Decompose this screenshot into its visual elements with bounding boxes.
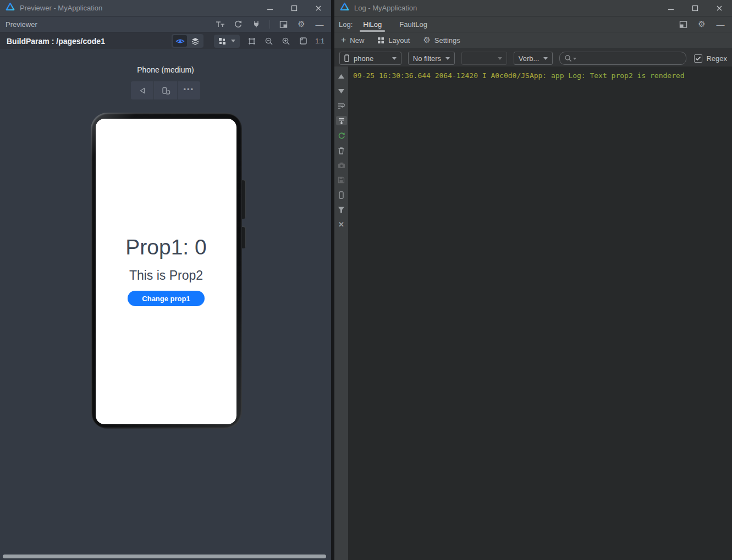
- settings-button-label: Settings: [434, 36, 460, 45]
- module-dropdown[interactable]: [461, 52, 507, 65]
- device-dropdown[interactable]: phone: [339, 52, 401, 65]
- search-icon: [564, 54, 572, 62]
- ratio-1-1-label[interactable]: 1:1: [315, 37, 324, 45]
- log-titlebar[interactable]: Log - MyApplication: [334, 0, 732, 16]
- log-level-dropdown-value: Verb...: [519, 54, 540, 63]
- regex-checkbox[interactable]: [694, 54, 702, 63]
- log-content[interactable]: 09-25 16:30:36.644 2064-12420 I A0c0d0/J…: [348, 66, 732, 560]
- log-side-toolbar: ✕: [334, 66, 348, 560]
- layers-icon[interactable]: [188, 35, 202, 47]
- scroll-down-icon[interactable]: [336, 86, 347, 96]
- caret-down-icon: [392, 57, 397, 60]
- save-log-icon[interactable]: [336, 175, 347, 185]
- log-filter-bar: phone No filters Verb... Regex: [334, 49, 732, 68]
- maximize-icon[interactable]: [290, 4, 298, 12]
- device-icon[interactable]: [336, 190, 347, 199]
- device-dropdown-value: phone: [354, 54, 373, 63]
- search-history-caret-icon: [573, 58, 576, 60]
- close-icon[interactable]: [315, 4, 322, 12]
- log-main-area: ✕ 09-25 16:30:36.644 2064-12420 I A0c0d0…: [334, 66, 732, 560]
- prop1-text: Prop1: 0: [96, 235, 236, 259]
- log-tab-bar: Log: HiLog FaultLog ⚙ —: [334, 16, 732, 32]
- hide-icon[interactable]: —: [716, 19, 725, 29]
- rotate-device-icon[interactable]: [154, 81, 177, 99]
- device-name-label: Phone (medium): [0, 65, 331, 74]
- prop2-text: This is Prop2: [96, 268, 236, 283]
- previewer-window: Previewer - MyApplication Previewer ⚙ —: [0, 0, 331, 560]
- screenshot-icon[interactable]: [336, 160, 347, 170]
- grid-icon: [218, 37, 226, 45]
- previewer-window-title: Previewer - MyApplication: [20, 4, 102, 12]
- close-icon[interactable]: ✕: [336, 220, 347, 229]
- log-line-meta: 09-25 16:30:36.644 2064-12420 I A0c0d0/J…: [353, 71, 551, 80]
- log-window-title: Log - MyApplication: [354, 4, 417, 12]
- text-size-icon[interactable]: [215, 19, 225, 29]
- tab-faultlog-label: FaultLog: [399, 20, 427, 29]
- minimize-icon[interactable]: [667, 4, 675, 12]
- zoom-out-icon[interactable]: [264, 36, 274, 46]
- check-icon: [695, 56, 701, 61]
- build-param-label: BuildParam : /pages/code1: [7, 37, 105, 46]
- regex-label: Regex: [706, 54, 727, 63]
- zoom-in-icon[interactable]: [281, 36, 291, 46]
- close-icon[interactable]: [716, 4, 723, 12]
- preview-mode-toggle: [172, 34, 203, 48]
- new-button[interactable]: + New: [341, 36, 364, 46]
- caret-down-icon: [498, 57, 502, 60]
- deveco-logo-icon: [5, 2, 15, 14]
- settings-button[interactable]: ⚙ Settings: [423, 36, 460, 45]
- log-label: Log:: [339, 20, 353, 29]
- more-dots-icon[interactable]: •••: [178, 81, 200, 99]
- log-line-message: app Log: Text prop2 is rendered: [551, 71, 685, 80]
- back-triangle-icon[interactable]: [131, 81, 154, 99]
- deveco-logo-icon: [340, 2, 349, 14]
- hide-icon[interactable]: —: [315, 19, 324, 29]
- layout-grid-dropdown[interactable]: [214, 35, 240, 48]
- gear-icon[interactable]: ⚙: [296, 19, 306, 29]
- gear-icon: ⚙: [423, 36, 430, 45]
- inspector-icon[interactable]: [251, 19, 261, 29]
- log-line: 09-25 16:30:36.644 2064-12420 I A0c0d0/J…: [353, 71, 732, 80]
- device-controls: •••: [131, 81, 200, 99]
- layout-panel-icon[interactable]: [278, 19, 288, 29]
- scroll-up-icon[interactable]: [336, 71, 347, 81]
- previewer-toolbar-title: Previewer: [5, 20, 37, 29]
- gear-icon[interactable]: ⚙: [697, 19, 707, 29]
- inspect-eye-icon[interactable]: [173, 35, 187, 47]
- layout-grid-icon: [377, 37, 384, 44]
- phone-icon: [344, 54, 349, 62]
- filter-funnel-icon[interactable]: [336, 205, 347, 214]
- buildparam-bar: BuildParam : /pages/code1: [0, 32, 331, 49]
- maximize-icon[interactable]: [691, 4, 699, 12]
- fit-screen-icon[interactable]: [298, 36, 308, 46]
- horizontal-scrollbar[interactable]: [3, 555, 326, 558]
- tab-faultlog[interactable]: FaultLog: [398, 16, 429, 32]
- preview-canvas: Phone (medium) ••• Prop1: 0 This is Prop…: [0, 49, 331, 560]
- layout-button-label: Layout: [388, 36, 410, 45]
- tab-hilog-label: HiLog: [363, 20, 382, 29]
- layout-panel-icon[interactable]: [678, 19, 688, 29]
- filters-dropdown[interactable]: No filters: [408, 52, 455, 65]
- layout-button[interactable]: Layout: [377, 36, 410, 45]
- frame-bounds-icon[interactable]: [247, 36, 257, 46]
- regex-option: Regex: [694, 54, 727, 63]
- new-button-label: New: [350, 36, 364, 45]
- phone-screen: Prop1: 0 This is Prop2 Change prop1: [96, 119, 236, 424]
- previewer-titlebar[interactable]: Previewer - MyApplication: [0, 0, 331, 16]
- active-tab-underline: [360, 30, 385, 32]
- refresh-icon[interactable]: [233, 19, 243, 29]
- tab-hilog[interactable]: HiLog: [361, 16, 383, 32]
- plus-icon: +: [341, 36, 346, 46]
- rerun-icon[interactable]: [336, 131, 347, 140]
- caret-down-icon: [445, 57, 450, 60]
- soft-wrap-icon[interactable]: [336, 101, 347, 110]
- change-prop1-button[interactable]: Change prop1: [128, 291, 205, 306]
- scroll-to-end-icon[interactable]: [336, 116, 347, 125]
- search-input[interactable]: [559, 52, 686, 65]
- toolbar-separator: [269, 20, 270, 29]
- filters-dropdown-value: No filters: [413, 54, 441, 63]
- minimize-icon[interactable]: [266, 4, 274, 12]
- clear-log-icon[interactable]: [336, 146, 347, 155]
- caret-down-icon: [231, 40, 235, 42]
- log-level-dropdown[interactable]: Verb...: [514, 52, 553, 65]
